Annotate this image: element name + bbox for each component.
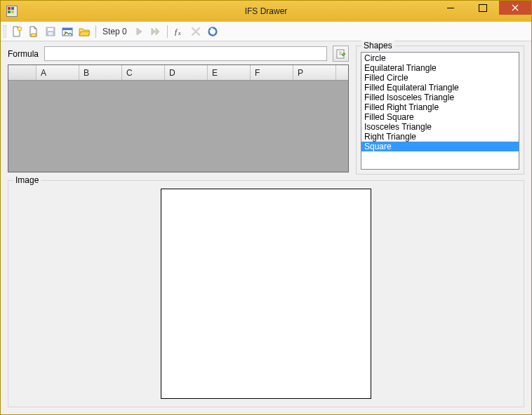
maximize-button[interactable]: [467, 1, 499, 15]
shapes-group: Shapes CircleEquilateral TriangleFilled …: [356, 46, 524, 175]
open-folder-button[interactable]: [77, 24, 92, 39]
data-grid[interactable]: A B C D E F P: [8, 64, 349, 172]
shape-item[interactable]: Right Triangle: [361, 132, 519, 142]
open-file-icon: [28, 26, 39, 37]
delete-button[interactable]: [188, 24, 204, 39]
top-row: Formula A B C: [8, 46, 524, 175]
close-icon: [512, 4, 519, 11]
grid-column-header[interactable]: A: [36, 65, 79, 80]
fast-forward-icon: [150, 26, 161, 37]
grid-corner-cell[interactable]: [8, 65, 36, 80]
shape-item[interactable]: Filled Square: [361, 112, 519, 122]
save-image-icon: [62, 26, 73, 37]
left-panel: Formula A B C: [8, 46, 349, 172]
formula-apply-button[interactable]: [333, 46, 349, 62]
refresh-icon: [207, 26, 218, 37]
new-file-icon: [11, 26, 22, 37]
toolbar-separator: [167, 25, 168, 38]
image-group: Image: [8, 180, 524, 407]
shape-item[interactable]: Filled Right Triangle: [361, 102, 519, 112]
function-button[interactable]: f x: [171, 24, 187, 39]
fast-forward-button[interactable]: [148, 24, 164, 39]
svg-text:x: x: [178, 30, 181, 36]
grid-column-header[interactable]: D: [165, 65, 208, 80]
save-icon: [45, 26, 56, 37]
shape-item[interactable]: Circle: [361, 53, 519, 63]
formula-input[interactable]: [44, 46, 327, 61]
step-label: Step 0: [100, 27, 130, 36]
delete-icon: [190, 26, 201, 37]
step-forward-button[interactable]: [131, 24, 147, 39]
formula-row: Formula: [8, 46, 349, 62]
svg-rect-3: [48, 32, 53, 35]
toolbar-separator: [95, 25, 96, 38]
formula-label: Formula: [8, 49, 39, 59]
grid-column-header[interactable]: B: [79, 65, 122, 80]
shape-item[interactable]: Filled Circle: [361, 73, 519, 83]
save-image-button[interactable]: [60, 24, 75, 39]
svg-rect-2: [48, 28, 53, 31]
grid-column-header[interactable]: E: [208, 65, 251, 80]
refresh-button[interactable]: [205, 24, 220, 39]
image-canvas: [161, 189, 371, 399]
folder-icon: [79, 26, 90, 37]
grid-column-header[interactable]: P: [293, 65, 336, 80]
grid-header-row: A B C D E F P: [8, 65, 348, 81]
image-label: Image: [13, 175, 41, 185]
shape-item[interactable]: Square: [361, 142, 519, 151]
app-window: IFS Drawer: [0, 0, 532, 415]
shape-item[interactable]: Equilateral Triangle: [361, 63, 519, 73]
shapes-label: Shapes: [361, 41, 394, 50]
shape-item[interactable]: Isosceles Triangle: [361, 122, 519, 132]
titlebar: IFS Drawer: [1, 1, 531, 22]
grid-column-header[interactable]: F: [251, 65, 293, 80]
toolbar-grip: [4, 25, 6, 38]
open-file-button[interactable]: [26, 24, 41, 39]
shape-item[interactable]: Filled Equilateral Triangle: [361, 83, 519, 93]
apply-icon: [336, 49, 346, 59]
body-area: Formula A B C: [1, 41, 531, 414]
close-button[interactable]: [499, 1, 531, 15]
svg-rect-5: [62, 28, 72, 30]
app-icon: [6, 6, 18, 17]
grid-column-header[interactable]: C: [122, 65, 165, 80]
step-forward-icon: [133, 26, 145, 37]
minimize-button[interactable]: [434, 1, 467, 15]
save-button[interactable]: [43, 24, 58, 39]
shapes-list[interactable]: CircleEquilateral TriangleFilled CircleF…: [361, 52, 519, 170]
toolbar: Step 0 f x: [1, 22, 531, 41]
new-file-button[interactable]: [9, 24, 25, 39]
function-icon: f x: [173, 26, 185, 37]
grid-body[interactable]: [8, 81, 348, 172]
shape-item[interactable]: Filled Isosceles Triangle: [361, 93, 519, 102]
window-controls: [434, 1, 531, 22]
